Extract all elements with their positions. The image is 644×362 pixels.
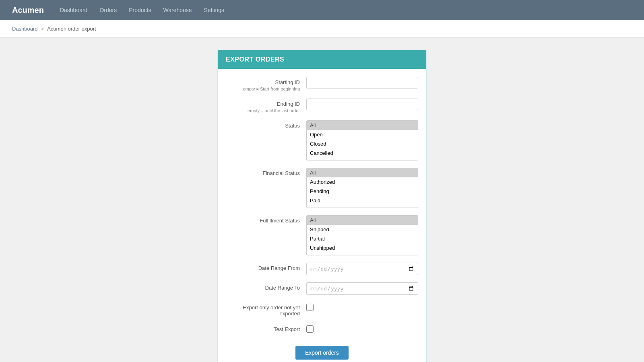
fulfillment-option-all[interactable]: All (307, 216, 418, 225)
fulfillment-option-unshipped[interactable]: Unshipped (307, 243, 418, 253)
financial-status-select[interactable]: All Authorized Pending Paid Partially pa… (306, 168, 418, 208)
status-option-all[interactable]: All (307, 121, 418, 130)
starting-id-hint: empty = Start from beginning (226, 86, 300, 91)
breadcrumb: Dashboard > Acumen order export (0, 20, 644, 38)
status-option-cancelled[interactable]: Cancelled (307, 148, 418, 158)
financial-status-control: All Authorized Pending Paid Partially pa… (306, 168, 418, 208)
date-from-control (306, 263, 418, 275)
nav-warehouse[interactable]: Warehouse (163, 7, 192, 13)
fulfillment-option-fulfilled[interactable]: Fulfilled (307, 253, 418, 255)
financial-option-pending[interactable]: Pending (307, 187, 418, 196)
test-export-control (306, 324, 418, 334)
status-select[interactable]: All Open Closed Cancelled (306, 120, 418, 160)
status-option-closed[interactable]: Closed (307, 139, 418, 148)
date-to-label: Date Range To (226, 285, 300, 291)
fulfillment-status-control: All Shipped Partial Unshipped Fulfilled (306, 215, 418, 255)
financial-status-label-group: Financial Status (226, 168, 306, 176)
fulfillment-status-label-group: Fulfillment Status (226, 215, 306, 224)
starting-id-label: Starting ID (226, 79, 300, 85)
financial-option-partially-paid[interactable]: Partially paid (307, 205, 418, 208)
export-only-checkbox[interactable] (306, 304, 314, 311)
financial-status-row: Financial Status All Authorized Pending … (226, 168, 418, 208)
financial-option-all[interactable]: All (307, 168, 418, 177)
financial-option-authorized[interactable]: Authorized (307, 177, 418, 187)
button-row: Export orders (226, 342, 418, 360)
date-from-label-group: Date Range From (226, 263, 306, 271)
nav-links: Dashboard Orders Products Warehouse Sett… (60, 7, 224, 13)
date-from-row: Date Range From (226, 263, 418, 275)
status-label: Status (226, 123, 300, 129)
export-only-row: Export only order not yet exported (226, 302, 418, 317)
export-orders-card: EXPORT ORDERS Starting ID empty = Start … (217, 50, 427, 362)
test-export-checkbox[interactable] (306, 325, 314, 333)
starting-id-control (306, 77, 418, 88)
breadcrumb-separator: > (41, 26, 44, 32)
page-content: EXPORT ORDERS Starting ID empty = Start … (0, 38, 644, 362)
starting-id-input[interactable] (306, 77, 418, 88)
status-row: Status All Open Closed Cancelled (226, 120, 418, 160)
fulfillment-option-partial[interactable]: Partial (307, 234, 418, 243)
nav-products[interactable]: Products (129, 7, 151, 13)
date-from-label: Date Range From (226, 265, 300, 271)
card-header: EXPORT ORDERS (218, 50, 426, 69)
card-body: Starting ID empty = Start from beginning… (218, 69, 426, 362)
test-export-row: Test Export (226, 324, 418, 334)
financial-status-label: Financial Status (226, 170, 300, 176)
starting-id-row: Starting ID empty = Start from beginning (226, 77, 418, 91)
date-to-input[interactable] (306, 282, 418, 295)
export-only-label: Export only order not yet exported (226, 304, 300, 317)
date-to-label-group: Date Range To (226, 282, 306, 291)
test-export-label-group: Test Export (226, 324, 306, 332)
date-to-row: Date Range To (226, 282, 418, 295)
breadcrumb-current: Acumen order export (47, 26, 96, 32)
breadcrumb-home[interactable]: Dashboard (12, 26, 38, 32)
ending-id-label: Ending ID (226, 101, 300, 107)
ending-id-control (306, 99, 418, 110)
status-option-open[interactable]: Open (307, 130, 418, 139)
status-control: All Open Closed Cancelled (306, 120, 418, 160)
brand-logo: Acumen (12, 6, 44, 15)
fulfillment-option-shipped[interactable]: Shipped (307, 225, 418, 234)
ending-id-hint: empty = until the last order (226, 108, 300, 113)
date-from-input[interactable] (306, 263, 418, 275)
fulfillment-status-select[interactable]: All Shipped Partial Unshipped Fulfilled (306, 215, 418, 255)
ending-id-label-group: Ending ID empty = until the last order (226, 99, 306, 113)
date-to-control (306, 282, 418, 295)
fulfillment-status-row: Fulfillment Status All Shipped Partial U… (226, 215, 418, 255)
nav-orders[interactable]: Orders (99, 7, 117, 13)
nav-dashboard[interactable]: Dashboard (60, 7, 88, 13)
export-only-label-group: Export only order not yet exported (226, 302, 306, 317)
nav-settings[interactable]: Settings (204, 7, 225, 13)
card-title: EXPORT ORDERS (226, 56, 284, 63)
test-export-label: Test Export (226, 326, 300, 332)
fulfillment-status-label: Fulfillment Status (226, 218, 300, 224)
export-orders-button[interactable]: Export orders (295, 346, 349, 360)
export-only-control (306, 302, 418, 312)
financial-option-paid[interactable]: Paid (307, 196, 418, 205)
ending-id-input[interactable] (306, 99, 418, 110)
status-label-group: Status (226, 120, 306, 129)
navbar: Acumen Dashboard Orders Products Warehou… (0, 0, 644, 20)
ending-id-row: Ending ID empty = until the last order (226, 99, 418, 113)
starting-id-label-group: Starting ID empty = Start from beginning (226, 77, 306, 91)
